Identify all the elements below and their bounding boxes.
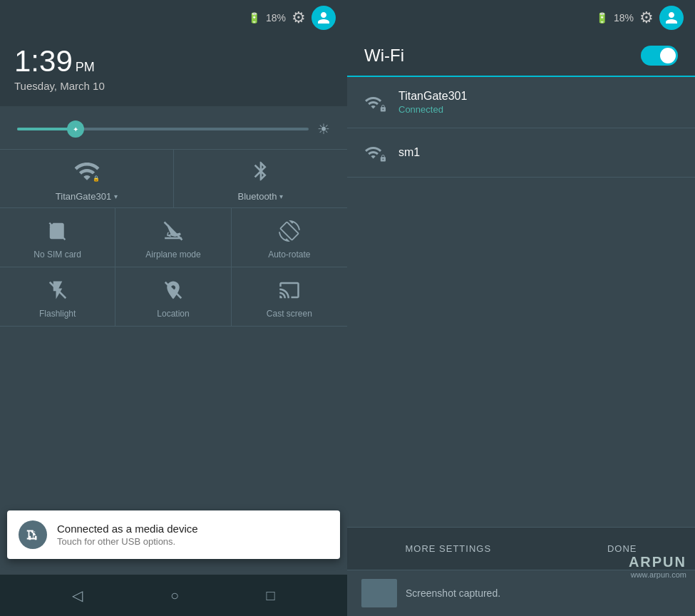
battery-icon: 🔋 [248, 12, 260, 24]
usb-notification[interactable]: Connected as a media device Touch for ot… [7, 510, 340, 559]
right-panel: 🔋 18% ⚙ Wi-Fi TitanGate301 Connected [347, 0, 695, 616]
date-display: Tuesday, March 10 [14, 80, 333, 92]
avatar-right[interactable] [659, 6, 684, 30]
cast-label: Cast screen [267, 309, 312, 319]
airplane-icon [160, 218, 186, 244]
location-icon [160, 277, 186, 303]
home-button[interactable]: ○ [165, 582, 185, 610]
flashlight-icon [45, 277, 71, 303]
usb-icon [19, 520, 47, 549]
recents-button[interactable]: □ [261, 582, 281, 610]
notif-title: Connected as a media device [57, 523, 198, 535]
battery-percent-left: 18% [266, 12, 286, 24]
wifi-network-info-sm1: sm1 [398, 146, 420, 159]
battery-icon-right: 🔋 [596, 12, 608, 24]
auto-rotate-icon [277, 218, 302, 244]
brightness-row: ☀ [0, 115, 347, 149]
svg-text:🔒: 🔒 [92, 175, 99, 182]
wifi-title: Wi-Fi [364, 46, 404, 66]
no-sim-icon [45, 218, 71, 244]
location-label: Location [157, 309, 189, 319]
no-sim-tile[interactable]: No SIM card [0, 208, 115, 267]
watermark-area: ARPUN www.arpun.com [629, 554, 686, 579]
wifi-network-info-titangate: TitanGate301 Connected [398, 90, 467, 115]
bottom-nav: ◁ ○ □ [0, 575, 347, 616]
wifi-network-sm1[interactable]: sm1 [347, 128, 695, 178]
brightness-sun-icon: ☀ [317, 120, 330, 138]
bluetooth-chevron-icon: ▾ [279, 192, 283, 200]
screenshot-text: Screenshot captured. [406, 587, 500, 599]
bluetooth-label-row: Bluetooth ▾ [238, 191, 284, 202]
airplane-label: Airplane mode [145, 250, 200, 260]
brand-watermark: ARPUN [629, 554, 686, 570]
toggle-grid: No SIM card Airplane mode [0, 207, 347, 327]
time-area: 1:39 PM Tuesday, March 10 [0, 36, 347, 106]
settings-icon-right[interactable]: ⚙ [639, 9, 654, 27]
notif-subtitle: Touch for other USB options. [57, 536, 198, 547]
wifi-chevron-icon: ▾ [114, 192, 118, 200]
wifi-network-name-titangate: TitanGate301 [398, 90, 467, 103]
left-panel: 🔋 18% ⚙ 1:39 PM Tuesday, March 10 ☀ [0, 0, 347, 616]
auto-rotate-label: Auto-rotate [268, 250, 310, 260]
flashlight-tile[interactable]: Flashlight [0, 267, 115, 327]
location-tile[interactable]: Location [115, 267, 231, 327]
network-row: 🔒 TitanGate301 ▾ Bluetooth ▾ [0, 149, 347, 207]
bluetooth-quick-tile[interactable]: Bluetooth ▾ [174, 150, 347, 207]
wifi-toggle[interactable] [641, 46, 678, 66]
wifi-connected-status: Connected [398, 104, 467, 115]
no-sim-label: No SIM card [34, 250, 81, 260]
avatar-left[interactable] [312, 6, 336, 30]
brightness-thumb[interactable] [67, 120, 84, 138]
cast-screen-tile[interactable]: Cast screen [232, 267, 347, 327]
battery-percent-right: 18% [614, 12, 634, 24]
wifi-network-list: TitanGate301 Connected sm1 [347, 77, 695, 527]
wifi-quick-tile[interactable]: 🔒 TitanGate301 ▾ [0, 150, 174, 207]
flashlight-label: Flashlight [39, 309, 76, 319]
brightness-slider[interactable] [17, 128, 309, 130]
settings-icon-left[interactable]: ⚙ [292, 9, 306, 27]
status-bar-right: 🔋 18% ⚙ [347, 0, 695, 36]
wifi-signal-icon-titangate [364, 91, 387, 114]
wifi-network-name: TitanGate301 [56, 191, 111, 202]
wifi-label-row: TitanGate301 ▾ [56, 191, 118, 202]
wifi-header: Wi-Fi [347, 36, 695, 77]
notif-text: Connected as a media device Touch for ot… [57, 523, 198, 547]
time-display: 1:39 PM [14, 44, 333, 78]
url-watermark: www.arpun.com [629, 570, 686, 579]
wifi-network-name-sm1: sm1 [398, 146, 420, 159]
back-button[interactable]: ◁ [66, 581, 88, 610]
bluetooth-label: Bluetooth [238, 191, 277, 202]
wifi-signal-icon-sm1 [364, 141, 387, 164]
wifi-network-titangate[interactable]: TitanGate301 Connected [347, 77, 695, 128]
time-ampm: PM [76, 60, 95, 75]
status-bar-left: 🔋 18% ⚙ [0, 0, 347, 36]
screenshot-thumbnail [361, 579, 397, 607]
bluetooth-icon [247, 157, 275, 185]
auto-rotate-tile[interactable]: Auto-rotate [232, 208, 347, 267]
cast-icon [277, 277, 302, 303]
airplane-mode-tile[interactable]: Airplane mode [115, 208, 231, 267]
time-main: 1:39 [14, 44, 73, 78]
more-settings-button[interactable]: MORE SETTINGS [393, 538, 503, 560]
wifi-icon: 🔒 [73, 157, 101, 185]
